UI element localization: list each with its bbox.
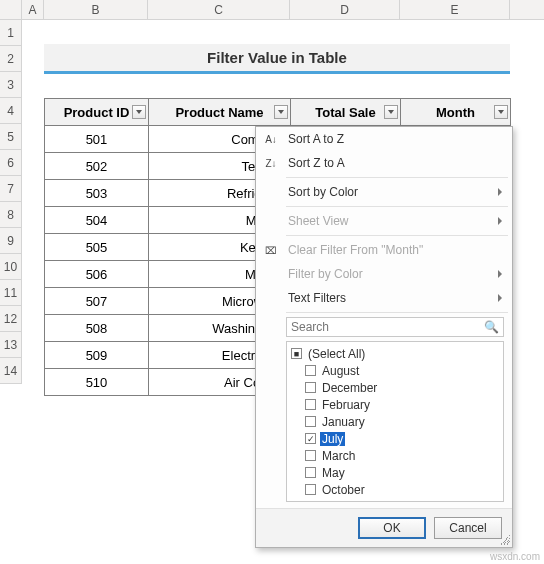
sort-az-item[interactable]: A↓ Sort A to Z xyxy=(256,127,512,151)
menu-label: Sort A to Z xyxy=(288,132,344,146)
menu-label: Sort by Color xyxy=(288,185,358,199)
filter-checkbox-item[interactable]: December xyxy=(305,379,499,396)
col-header[interactable]: E xyxy=(400,0,510,19)
row-header[interactable]: 1 xyxy=(0,20,21,46)
filter-value-list[interactable]: ■(Select All)AugustDecemberFebruaryJanua… xyxy=(286,341,504,502)
cell-id[interactable]: 502 xyxy=(45,153,149,180)
sort-za-icon: Z↓ xyxy=(262,158,280,169)
checkbox-icon[interactable] xyxy=(305,416,316,427)
checkbox-label: July xyxy=(320,432,345,446)
checkbox-icon[interactable] xyxy=(305,484,316,495)
row-header[interactable]: 5 xyxy=(0,124,21,150)
row-header[interactable]: 4 xyxy=(0,98,21,124)
text-filters-item[interactable]: Text Filters xyxy=(256,286,512,310)
select-all-corner[interactable] xyxy=(0,0,22,19)
row-header[interactable]: 9 xyxy=(0,228,21,254)
checkbox-icon[interactable]: ✓ xyxy=(305,433,316,444)
checkbox-icon[interactable] xyxy=(305,382,316,393)
menu-separator xyxy=(286,206,508,207)
menu-label: Clear Filter From "Month" xyxy=(288,243,423,257)
cell-id[interactable]: 509 xyxy=(45,342,149,369)
filter-checkbox-item[interactable]: March xyxy=(305,447,499,464)
cancel-button[interactable]: Cancel xyxy=(434,517,502,539)
page-title: Filter Value in Table xyxy=(44,44,510,74)
cell-id[interactable]: 501 xyxy=(45,126,149,153)
filter-checkbox-item[interactable]: May xyxy=(305,464,499,481)
sort-by-color-item[interactable]: Sort by Color xyxy=(256,180,512,204)
filter-checkbox-item[interactable]: October xyxy=(305,481,499,498)
checkbox-label: May xyxy=(320,466,347,480)
row-header[interactable]: 3 xyxy=(0,72,21,98)
menu-label: Sort Z to A xyxy=(288,156,345,170)
row-header[interactable]: 7 xyxy=(0,176,21,202)
cell-id[interactable]: 508 xyxy=(45,315,149,342)
checkbox-label: January xyxy=(320,415,367,429)
row-header[interactable]: 11 xyxy=(0,280,21,306)
row-header[interactable]: 6 xyxy=(0,150,21,176)
submenu-caret-icon xyxy=(498,188,502,196)
watermark: wsxdn.com xyxy=(490,551,540,562)
cell-id[interactable]: 506 xyxy=(45,261,149,288)
menu-separator xyxy=(286,312,508,313)
menu-separator xyxy=(286,177,508,178)
checkbox-icon[interactable] xyxy=(305,450,316,461)
checkbox-label: February xyxy=(320,398,372,412)
filter-checkbox-item[interactable]: ✓July xyxy=(305,430,499,447)
column-header-row: A B C D E xyxy=(0,0,544,20)
checkbox-icon[interactable] xyxy=(305,365,316,376)
cell-id[interactable]: 505 xyxy=(45,234,149,261)
row-header[interactable]: 8 xyxy=(0,202,21,228)
filter-checkbox-item[interactable]: ■(Select All) xyxy=(291,345,499,362)
checkbox-label: December xyxy=(320,381,379,395)
filter-dropdown-icon[interactable] xyxy=(274,105,288,119)
dialog-button-row: OK Cancel xyxy=(256,508,512,547)
col-header[interactable]: C xyxy=(148,0,290,19)
checkbox-label: October xyxy=(320,483,367,497)
checkbox-label: (Select All) xyxy=(306,347,367,361)
filter-checkbox-item[interactable]: August xyxy=(305,362,499,379)
table-header-row: Product ID Product Name Total Sale Month xyxy=(45,99,511,126)
col-header[interactable]: A xyxy=(22,0,44,19)
sheet-view-item: Sheet View xyxy=(256,209,512,233)
col-header[interactable]: B xyxy=(44,0,148,19)
checkbox-icon[interactable] xyxy=(305,467,316,478)
submenu-caret-icon xyxy=(498,217,502,225)
sort-za-item[interactable]: Z↓ Sort Z to A xyxy=(256,151,512,175)
checkbox-icon[interactable]: ■ xyxy=(291,348,302,359)
menu-label: Sheet View xyxy=(288,214,349,228)
col-product-name: Product Name xyxy=(175,105,263,120)
cell-id[interactable]: 507 xyxy=(45,288,149,315)
filter-search-input[interactable]: Search 🔍 xyxy=(286,317,504,337)
filter-by-color-item: Filter by Color xyxy=(256,262,512,286)
row-header[interactable]: 14 xyxy=(0,358,21,384)
cell-id[interactable]: 504 xyxy=(45,207,149,234)
filter-dropdown-icon[interactable] xyxy=(494,105,508,119)
row-header[interactable]: 10 xyxy=(0,254,21,280)
checkbox-icon[interactable] xyxy=(305,399,316,410)
menu-label: Text Filters xyxy=(288,291,346,305)
filter-checkbox-item[interactable]: February xyxy=(305,396,499,413)
cell-id[interactable]: 503 xyxy=(45,180,149,207)
checkbox-label: March xyxy=(320,449,357,463)
filter-checkbox-item[interactable]: January xyxy=(305,413,499,430)
search-placeholder: Search xyxy=(291,320,329,334)
clear-filter-item: ⌧ Clear Filter From "Month" xyxy=(256,238,512,262)
submenu-caret-icon xyxy=(498,294,502,302)
cell-id[interactable]: 510 xyxy=(45,369,149,396)
resize-grip-icon[interactable] xyxy=(500,535,510,545)
col-header[interactable]: D xyxy=(290,0,400,19)
search-icon: 🔍 xyxy=(484,320,499,334)
filter-dropdown-popup: A↓ Sort A to Z Z↓ Sort Z to A Sort by Co… xyxy=(255,126,513,548)
checkbox-label: August xyxy=(320,364,361,378)
filter-dropdown-icon[interactable] xyxy=(384,105,398,119)
row-header[interactable]: 13 xyxy=(0,332,21,358)
sort-az-icon: A↓ xyxy=(262,134,280,145)
col-total-sale: Total Sale xyxy=(315,105,375,120)
ok-button[interactable]: OK xyxy=(358,517,426,539)
menu-separator xyxy=(286,235,508,236)
filter-dropdown-icon[interactable] xyxy=(132,105,146,119)
row-header[interactable]: 2 xyxy=(0,46,21,72)
clear-filter-icon: ⌧ xyxy=(262,245,280,256)
row-header[interactable]: 12 xyxy=(0,306,21,332)
row-header-col: 1 2 3 4 5 6 7 8 9 10 11 12 13 14 xyxy=(0,20,22,384)
